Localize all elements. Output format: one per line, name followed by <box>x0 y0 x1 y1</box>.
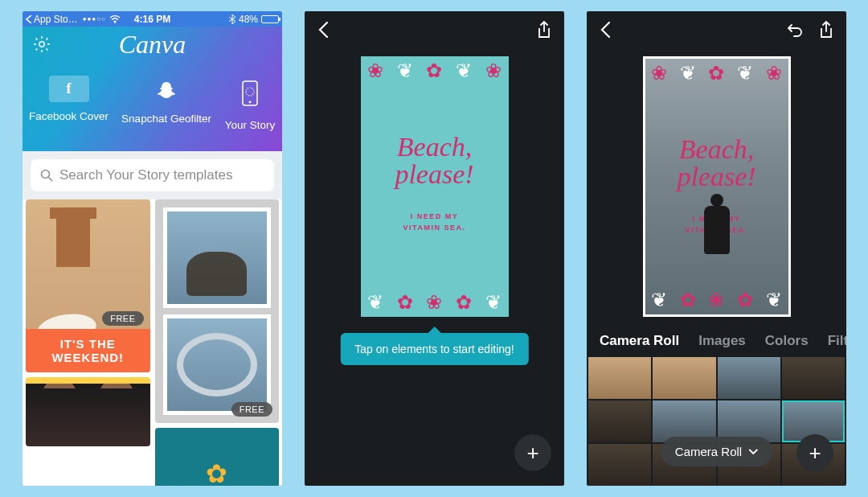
camera-roll-chip[interactable]: Camera Roll <box>661 437 772 466</box>
home-screen: App Sto… ●●●○○ 4:16 PM 48% Canva f Faceb… <box>23 11 282 486</box>
design-type-row: f Facebook Cover Snapchat Geofilter Your… <box>23 76 282 131</box>
undo-icon <box>787 23 803 37</box>
svg-line-6 <box>36 39 38 40</box>
design-type-snapchat-geofilter[interactable]: Snapchat Geofilter <box>121 76 211 131</box>
plus-icon: + <box>809 441 821 466</box>
editor-topbar <box>587 11 846 48</box>
svg-line-8 <box>36 48 38 50</box>
signal-dots: ●●●○○ <box>83 15 106 23</box>
template-card[interactable]: IT'S THE WEEKEND! FREE <box>26 199 150 372</box>
back-button[interactable] <box>600 21 611 39</box>
tab-filters[interactable]: Filt <box>828 333 846 349</box>
tab-images[interactable]: Images <box>698 333 746 349</box>
tropical-border-top: ❀❦✿❦❀ <box>645 59 788 88</box>
photo-thumb[interactable] <box>718 357 780 399</box>
photo-thumb[interactable] <box>782 357 845 399</box>
template-grid: IT'S THE WEEKEND! FREE FREE <box>23 199 282 486</box>
editor-screen-tooltip: ❀❦✿❦❀ Beach,please! I NEED MYVITAMIN SEA… <box>305 11 564 486</box>
free-badge: FREE <box>102 311 143 326</box>
add-button[interactable]: + <box>514 434 551 471</box>
battery-pct: 48% <box>239 14 258 25</box>
battery-icon <box>261 15 279 23</box>
design-type-facebook-cover[interactable]: f Facebook Cover <box>29 76 108 131</box>
editor-topbar <box>305 11 564 48</box>
undo-button[interactable] <box>787 23 803 37</box>
wifi-icon <box>109 15 121 23</box>
canvas-area: ❀❦✿❦❀ Beach,please! I NEED MYVITAMIN SEA… <box>587 48 846 325</box>
canvas-title[interactable]: Beach,please! <box>645 136 788 191</box>
photo-thumb[interactable] <box>588 444 651 486</box>
status-time: 4:16 PM <box>134 14 170 25</box>
svg-line-14 <box>49 178 53 182</box>
template-card[interactable]: FREE <box>155 199 280 423</box>
tool-tabs: Camera Roll Images Colors Filt <box>587 325 846 357</box>
snapchat-icon <box>156 80 177 100</box>
svg-line-7 <box>46 48 47 50</box>
svg-point-0 <box>114 22 116 23</box>
plus-icon: + <box>526 441 538 466</box>
facebook-icon: f <box>67 80 72 97</box>
chevron-left-icon <box>600 21 611 39</box>
template-card[interactable] <box>26 377 150 446</box>
search-area: Search Your Story templates <box>23 151 282 199</box>
home-header: Canva f Facebook Cover Snapchat Geofilte… <box>23 27 282 151</box>
share-button[interactable] <box>537 21 551 39</box>
search-placeholder: Search Your Story templates <box>59 167 232 183</box>
share-icon <box>537 21 551 39</box>
svg-point-12 <box>249 101 252 104</box>
share-button[interactable] <box>819 21 833 39</box>
photo-thumb[interactable] <box>588 400 651 442</box>
camera-roll-chip-label: Camera Roll <box>675 445 742 458</box>
canvas-subtitle[interactable]: I NEED MYVITAMIN SEA. <box>361 211 509 234</box>
photo-thumb[interactable] <box>653 357 715 399</box>
back-button[interactable] <box>317 21 329 39</box>
search-input[interactable]: Search Your Story templates <box>31 159 274 191</box>
editor-tooltip: Tap on elements to start editing! <box>340 333 528 365</box>
svg-point-13 <box>42 170 50 179</box>
status-back-label: App Sto… <box>34 14 78 25</box>
tab-camera-roll[interactable]: Camera Roll <box>600 333 679 349</box>
svg-point-11 <box>246 88 254 96</box>
status-bar: App Sto… ●●●○○ 4:16 PM 48% <box>23 11 282 27</box>
design-type-label: Facebook Cover <box>29 110 108 122</box>
tab-colors[interactable]: Colors <box>765 333 809 349</box>
share-icon <box>819 21 833 39</box>
search-icon <box>40 169 53 182</box>
app-logo: Canva <box>23 30 282 60</box>
design-canvas[interactable]: ❀❦✿❦❀ Beach,please! I NEED MYVITAMIN SEA… <box>361 56 509 317</box>
template-card[interactable] <box>155 428 280 486</box>
photo-subject-person <box>701 194 733 282</box>
add-button[interactable]: + <box>796 434 833 471</box>
tropical-border-bottom: ❦✿❀✿❦ <box>361 288 509 317</box>
tropical-border-top: ❀❦✿❦❀ <box>361 56 509 85</box>
canvas-title[interactable]: Beach,please! <box>361 133 509 188</box>
design-type-your-story[interactable]: Your Story <box>224 76 276 131</box>
svg-point-1 <box>39 42 44 47</box>
design-type-label: Your Story <box>225 119 276 131</box>
gear-icon[interactable] <box>32 35 51 54</box>
status-back-app[interactable]: App Sto… <box>26 14 78 25</box>
design-canvas[interactable]: ❀❦✿❦❀ Beach,please! I NEED MYVITAMIN SEA… <box>643 56 791 317</box>
svg-line-9 <box>46 39 47 40</box>
canvas-area: ❀❦✿❦❀ Beach,please! I NEED MYVITAMIN SEA… <box>305 48 564 325</box>
free-badge: FREE <box>231 402 272 417</box>
template-headline: IT'S THE WEEKEND! <box>26 329 150 372</box>
bluetooth-icon <box>229 14 235 24</box>
tooltip-text: Tap on elements to start editing! <box>354 343 514 355</box>
editor-screen-camera-roll: ❀❦✿❦❀ Beach,please! I NEED MYVITAMIN SEA… <box>587 11 846 486</box>
chevron-left-icon <box>26 15 32 23</box>
photo-thumb[interactable] <box>588 357 651 399</box>
phone-icon <box>242 80 258 106</box>
design-type-label: Snapchat Geofilter <box>121 113 211 125</box>
tropical-border-bottom: ❦✿❀✿❦ <box>645 285 788 314</box>
chevron-down-icon <box>748 449 758 455</box>
chevron-left-icon <box>317 21 329 39</box>
